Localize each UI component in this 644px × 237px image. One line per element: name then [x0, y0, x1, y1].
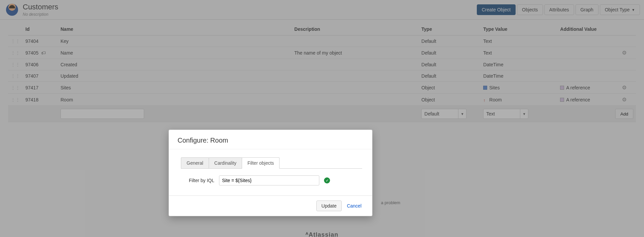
filter-iql-label: Filter by IQL	[181, 178, 214, 183]
tab-cardinality[interactable]: Cardinality	[209, 157, 242, 168]
dialog-tabs: General Cardinality Filter objects	[181, 157, 362, 169]
dialog-title: Configure: Room	[169, 130, 372, 149]
configure-dialog: Configure: Room General Cardinality Filt…	[169, 130, 372, 216]
tab-filter-objects[interactable]: Filter objects	[242, 157, 280, 169]
cancel-button[interactable]: Cancel	[343, 201, 365, 211]
update-button[interactable]: Update	[316, 201, 341, 211]
valid-icon: ✓	[324, 177, 330, 183]
filter-iql-input[interactable]	[219, 175, 319, 185]
tab-general[interactable]: General	[181, 157, 209, 168]
